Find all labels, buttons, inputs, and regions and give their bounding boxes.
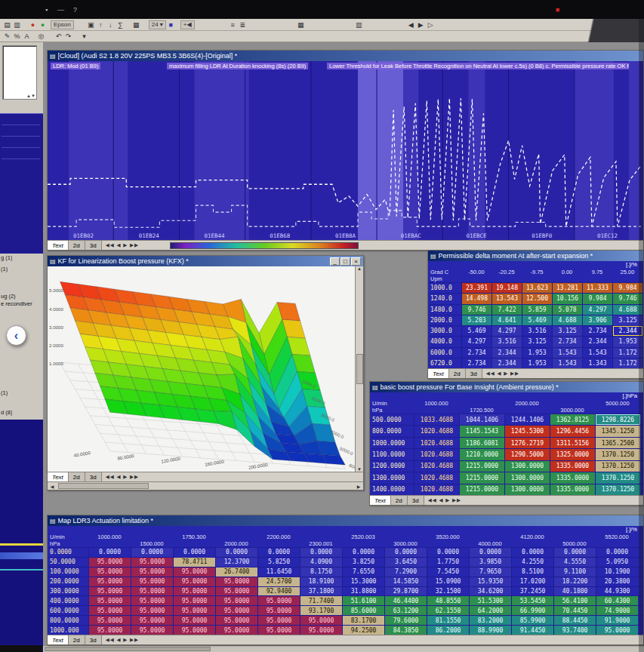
map-cell[interactable]: 70.4450 <box>553 606 596 615</box>
map-cell[interactable]: 13.281 <box>552 283 582 293</box>
scroll-up-icon[interactable]: ▲ <box>357 266 362 271</box>
map-cell[interactable]: 0.0000 <box>173 548 215 557</box>
map-cell[interactable]: 93.7400 <box>553 626 596 635</box>
vertical-scrollbar[interactable]: ▲▼ <box>355 266 363 472</box>
map-cell[interactable]: 0.0000 <box>131 548 173 557</box>
map-cell[interactable]: 95.0000 <box>131 567 173 577</box>
map-cell[interactable]: 91.4450 <box>511 626 553 635</box>
map-cell[interactable]: 95.0000 <box>257 616 300 625</box>
map-cell[interactable]: 10.156 <box>552 294 582 303</box>
map-cell[interactable]: 1020.4688 <box>414 426 459 436</box>
map-cell[interactable]: 53.5450 <box>511 596 553 605</box>
map-cell[interactable]: 95.0000 <box>88 587 131 596</box>
window-titlebar[interactable]: ▤ Permissible delta moment At after-star… <box>428 251 643 261</box>
map-cell[interactable]: 95.0000 <box>173 577 215 586</box>
grid-icon[interactable]: ▦ <box>296 20 306 29</box>
map-cell[interactable]: 95.0000 <box>596 626 638 635</box>
map-cell[interactable]: 13.623 <box>522 283 552 293</box>
map-cell[interactable]: 93.1700 <box>300 606 342 615</box>
map-cell[interactable]: 64.2000 <box>469 606 511 615</box>
tab-2d[interactable]: 2d <box>69 635 85 644</box>
map-cell[interactable]: 95.0000 <box>215 577 257 586</box>
map-cell[interactable]: 95.0000 <box>173 567 215 577</box>
map-cell[interactable]: 3.125 <box>612 315 642 325</box>
map-cell[interactable]: 10.1900 <box>596 567 638 577</box>
scrollbar-thumb[interactable] <box>356 354 363 384</box>
map-cell[interactable]: 3.516 <box>522 326 552 336</box>
map-cell[interactable]: 1325.0000 <box>550 449 595 460</box>
prev-icon[interactable]: ◀ <box>406 20 416 29</box>
map-cell[interactable]: 84.3850 <box>384 626 427 635</box>
scroll-right-icon[interactable]: ▶ <box>354 484 363 489</box>
map-cell[interactable]: 5.469 <box>461 326 491 336</box>
map-cell[interactable]: 1186.6081 <box>459 438 504 448</box>
map-cell[interactable]: 32.1500 <box>427 587 469 596</box>
map-cell[interactable]: 0.0000 <box>596 548 638 557</box>
map-cell[interactable]: 1.7750 <box>427 558 469 567</box>
map-cell[interactable]: 12.3700 <box>215 558 257 567</box>
window-titlebar[interactable]: ▤ KF for Linearization Boost pressure (K… <box>48 256 363 266</box>
map-cell[interactable]: 1020.4688 <box>414 484 459 495</box>
tree-item[interactable]: d (8) <box>1 409 12 416</box>
map-cell[interactable]: 3.906 <box>582 315 612 325</box>
map-cell[interactable]: 1345.1250 <box>595 426 640 436</box>
map-cell[interactable]: 5.203 <box>461 315 491 325</box>
map-cell[interactable]: 1.543 <box>582 348 612 358</box>
map-cell[interactable]: 51.5300 <box>469 596 511 605</box>
tab-2d[interactable]: 2d <box>391 496 408 505</box>
map-cell[interactable]: 4.5550 <box>553 558 596 567</box>
map-view-icon[interactable]: ▥ <box>354 20 364 29</box>
detail-list-icon[interactable]: ≣ <box>238 20 248 29</box>
map-cell[interactable]: 2.344 <box>491 358 522 368</box>
map-cell[interactable]: 1300.0000 <box>504 472 550 483</box>
minimize-button[interactable]: _ <box>330 257 340 266</box>
map-cell[interactable]: 7.2900 <box>384 567 427 577</box>
map-cell[interactable]: 95.0000 <box>173 587 215 596</box>
tab-text[interactable]: Text <box>48 241 69 250</box>
map-cell[interactable]: 0.0000 <box>300 548 342 557</box>
map-cell[interactable]: 1044.1406 <box>459 414 504 425</box>
map-cell[interactable]: 95.0000 <box>88 558 131 567</box>
window-titlebar[interactable]: ▤ basic boost pressure For Base Insight … <box>370 382 643 392</box>
map-cell[interactable]: 1370.1250 <box>595 461 640 472</box>
map-cell[interactable]: 95.0000 <box>131 577 173 586</box>
map-cell[interactable]: 4.297 <box>461 337 491 346</box>
window-titlebar[interactable]: ▤ [Cloud] (Audi S2 1.8 20V 225PS MB3.5 3… <box>48 51 643 61</box>
map-cell[interactable]: 91.9000 <box>596 616 638 625</box>
stop-icon[interactable]: ■ <box>553 5 562 14</box>
map-cell[interactable]: 11.6450 <box>257 567 300 577</box>
map-cell[interactable]: 95.0000 <box>131 558 173 567</box>
map-cell[interactable]: 2.344 <box>582 337 612 346</box>
map-cell[interactable]: 85.9900 <box>511 616 553 625</box>
map-cell[interactable]: 1296.4456 <box>550 426 595 436</box>
surface-plot-area[interactable]: 5.00004.00003.00002.00001.000040.000080.… <box>48 266 363 472</box>
scroll-arrows-icon[interactable]: ▲▼ <box>26 94 35 98</box>
list-icon[interactable]: ≡ <box>228 20 238 29</box>
map-cell[interactable]: 95.0000 <box>215 626 257 635</box>
redo-icon[interactable]: ↷ <box>63 32 73 41</box>
map-cell[interactable]: 20.3800 <box>596 577 638 586</box>
map-cell[interactable]: 94.2500 <box>342 626 384 635</box>
map-cell[interactable]: 37.1800 <box>300 587 342 596</box>
minimize-icon[interactable]: — <box>56 5 66 14</box>
map-cell[interactable]: 8.1750 <box>300 567 342 577</box>
trace-canvas[interactable] <box>48 61 643 240</box>
map-cell[interactable]: 4.297 <box>491 326 522 336</box>
map-cell[interactable]: 3.516 <box>491 337 522 346</box>
window-titlebar[interactable]: ▤ Map LDR3 Actuation limitation * <box>48 515 643 526</box>
map-cell[interactable]: 88.9900 <box>469 626 511 635</box>
vcr-nav[interactable]: ◀◀ ◀ ▶ ▶▶ <box>102 241 143 250</box>
map-cell[interactable]: 14.498 <box>461 294 491 303</box>
tree-item[interactable]: g (1) <box>1 254 12 261</box>
map-cell[interactable]: 9.984 <box>612 283 642 293</box>
map-cell[interactable]: 29.8700 <box>384 587 427 596</box>
map-cell[interactable]: 51.6100 <box>342 596 384 605</box>
map-cell[interactable]: 1210.0000 <box>459 449 504 460</box>
tree-item[interactable]: ug (2) <box>1 293 16 300</box>
map-cell[interactable]: 12.500 <box>522 294 552 303</box>
tab-text[interactable]: Text <box>370 496 391 505</box>
printer-label[interactable]: Epson <box>51 20 74 29</box>
map-cell[interactable]: 17.0200 <box>511 577 553 586</box>
map-cell[interactable]: 1.953 <box>612 337 642 346</box>
map-cell[interactable]: 95.0000 <box>88 567 131 577</box>
